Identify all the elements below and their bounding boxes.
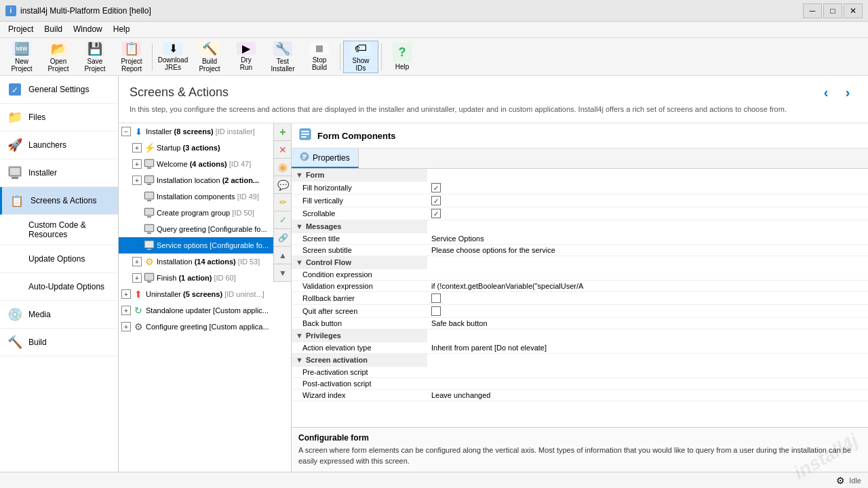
post-activation-key: Post-activation script: [292, 378, 427, 390]
startup-expander[interactable]: +: [132, 143, 142, 152]
sidebar-item-auto-update[interactable]: Auto-Update Options: [0, 273, 118, 301]
move-up-button[interactable]: ▲: [274, 247, 292, 264]
section-messages-label: Messages: [306, 222, 342, 230]
tree-item-install-components[interactable]: Installation components [ID 49]: [119, 188, 273, 205]
dry-run-button[interactable]: ▶ DryRun: [229, 41, 264, 73]
sidebar-item-custom-code[interactable]: Custom Code & Resources: [0, 215, 118, 245]
auto-update-label: Auto-Update Options: [28, 282, 104, 291]
section-screen-activation-label: Screen activation: [306, 356, 368, 364]
add-button[interactable]: +: [274, 123, 292, 141]
tree-item-service-options[interactable]: Service options [Configurable fo...: [119, 237, 273, 253]
quit-after-screen-checkbox[interactable]: [431, 306, 441, 316]
standalone-updater-expander[interactable]: +: [121, 306, 131, 315]
installer-expander[interactable]: −: [121, 127, 131, 136]
tree-item-installer[interactable]: − ⬇ Installer (8 screens) [ID installer]: [119, 123, 273, 140]
menu-project[interactable]: Project: [3, 23, 39, 36]
sidebar-item-files[interactable]: 📁 Files: [0, 104, 118, 131]
service-options-tree-icon: [143, 239, 155, 251]
tree-item-configure-greeting[interactable]: + ⚙ Configure greeting [Custom applica..…: [119, 319, 273, 335]
fill-horizontally-checkbox[interactable]: [431, 183, 441, 192]
link-button[interactable]: 🔗: [274, 229, 292, 247]
welcome-expander[interactable]: +: [132, 159, 142, 169]
rollback-barrier-checkbox[interactable]: [431, 293, 441, 303]
fill-vertically-checkbox[interactable]: [431, 196, 441, 205]
open-project-button[interactable]: 📂 OpenProject: [41, 41, 76, 73]
tree-item-finish[interactable]: + Finish (1 action) [ID 60]: [119, 270, 273, 286]
tree-item-query-greeting[interactable]: Query greeting [Configurable fo...: [119, 221, 273, 237]
form-components-title: Form Components: [317, 131, 396, 141]
sidebar-item-update-options[interactable]: Update Options: [0, 245, 118, 273]
finish-expander[interactable]: +: [132, 273, 142, 283]
project-report-button[interactable]: 📋 ProjectReport: [114, 41, 149, 73]
new-project-button[interactable]: 🆕 NewProject: [4, 41, 39, 73]
copy-button[interactable]: ◉: [274, 159, 292, 176]
install-location-tree-text: Installation location (2 action...: [157, 176, 259, 184]
rename-button[interactable]: ✏: [274, 194, 292, 211]
configure-greeting-expander[interactable]: +: [121, 322, 131, 331]
close-button[interactable]: ✕: [844, 3, 863, 18]
toolbar-separator-1: [152, 43, 153, 70]
section-privileges-label: Privileges: [306, 331, 341, 340]
show-ids-button[interactable]: 🏷 ShowIDs: [343, 41, 378, 73]
tree-item-program-group[interactable]: Create program group [ID 50]: [119, 205, 273, 221]
sidebar-item-launchers[interactable]: 🚀 Launchers: [0, 131, 118, 159]
files-icon: 📁: [7, 109, 23, 125]
properties-tab[interactable]: Properties: [292, 148, 359, 168]
query-greeting-tree-icon: [143, 223, 155, 235]
move-down-button[interactable]: ▼: [274, 264, 292, 282]
back-button-value: Safe back button: [427, 318, 868, 329]
section-form-collapse[interactable]: ▼: [296, 171, 303, 179]
validate-button[interactable]: ✓: [274, 211, 292, 229]
sidebar-item-screens-actions[interactable]: 📋 Screens & Actions: [0, 187, 118, 215]
sidebar-item-media[interactable]: 💿 Media: [0, 301, 118, 329]
section-control-flow-collapse[interactable]: ▼: [296, 258, 303, 266]
nav-prev-button[interactable]: ‹: [816, 84, 835, 100]
menu-build[interactable]: Build: [39, 23, 68, 36]
install-location-expander[interactable]: +: [132, 176, 142, 185]
installation-expander[interactable]: +: [132, 257, 142, 266]
test-installer-button[interactable]: 🔧 TestInstaller: [265, 41, 300, 73]
scrollable-checkbox[interactable]: [431, 209, 441, 218]
menu-window[interactable]: Window: [68, 23, 108, 36]
minimize-button[interactable]: ─: [803, 3, 822, 18]
desc-text: A screen where form elements can be conf…: [298, 445, 861, 466]
menu-help[interactable]: Help: [108, 23, 136, 36]
remove-button[interactable]: ✕: [274, 141, 292, 159]
tree-item-welcome[interactable]: + Welcome (4 actions) [ID 47]: [119, 156, 273, 172]
build-project-icon: 🔨: [200, 41, 219, 56]
tree-item-install-location[interactable]: + Installation location (2 action...: [119, 172, 273, 188]
toolbar: 🆕 NewProject 📂 OpenProject 💾 SaveProject…: [0, 38, 868, 76]
media-label: Media: [28, 310, 51, 319]
props-row-rollback-barrier: Rollback barrier: [292, 292, 868, 305]
section-form-header: ▼ Form: [292, 169, 868, 182]
tree-toolbar: + ✕ ◉ 💬 ✏ ✓ 🔗 ▲ ▼: [273, 123, 291, 282]
message-button[interactable]: 💬: [274, 176, 292, 194]
sidebar-item-installer[interactable]: Installer: [0, 159, 118, 187]
screens-actions-label: Screens & Actions: [31, 196, 96, 205]
section-screen-activation-collapse[interactable]: ▼: [296, 356, 303, 364]
screen-title-key: Screen title: [292, 233, 427, 245]
installation-tree-icon: ⚙: [143, 256, 155, 268]
nav-next-button[interactable]: ›: [838, 84, 857, 100]
tree-item-installation[interactable]: + ⚙ Installation (14 actions) [ID 53]: [119, 253, 273, 270]
tree-item-startup[interactable]: + ⚡ Startup (3 actions): [119, 140, 273, 156]
section-privileges-collapse[interactable]: ▼: [296, 331, 303, 340]
maximize-button[interactable]: □: [823, 3, 842, 18]
stop-build-button[interactable]: ⏹ StopBuild: [302, 41, 337, 73]
startup-tree-text: Startup (3 actions): [157, 144, 220, 152]
files-label: Files: [28, 113, 45, 122]
section-control-flow-header: ▼ Control Flow: [292, 256, 868, 270]
svg-rect-32: [302, 157, 307, 158]
tree-content: − ⬇ Installer (8 screens) [ID installer]…: [119, 123, 291, 335]
section-messages-collapse[interactable]: ▼: [296, 222, 303, 230]
help-button[interactable]: ? Help: [384, 41, 420, 73]
sidebar-item-general-settings[interactable]: ✓ General Settings: [0, 76, 118, 104]
tree-item-standalone-updater[interactable]: + ↻ Standalone updater [Custom applic...: [119, 302, 273, 319]
tree-item-uninstaller[interactable]: + ⬆ Uninstaller (5 screens) [ID uninst..…: [119, 286, 273, 302]
sidebar-item-build[interactable]: 🔨 Build: [0, 329, 118, 357]
uninstaller-expander[interactable]: +: [121, 289, 131, 299]
download-jres-button[interactable]: ⬇ DownloadJREs: [155, 41, 191, 73]
save-project-button[interactable]: 💾 SaveProject: [77, 41, 113, 73]
update-options-label: Update Options: [28, 254, 85, 264]
build-project-button[interactable]: 🔨 BuildProject: [192, 41, 227, 73]
